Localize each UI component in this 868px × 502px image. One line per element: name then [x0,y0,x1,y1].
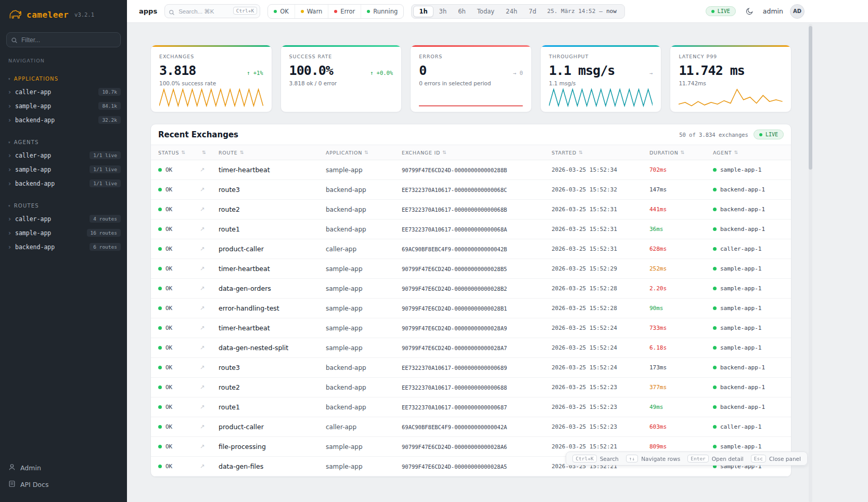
vertical-scrollbar[interactable] [809,24,812,502]
sidebar-section-agents: ▾ AGENTS › caller-app 1/1 live › sample-… [0,137,127,190]
section-header-routes[interactable]: ▾ ROUTES [0,201,127,212]
table-row[interactable]: OK ↗ data-gen-nested-split sample-app 90… [151,338,791,358]
external-link-icon[interactable]: ↗ [200,246,219,252]
external-link-icon[interactable]: ↗ [200,344,219,351]
agent-label: backend-app-1 [720,186,765,193]
section-header-applications[interactable]: ▾ APPLICATIONS [0,74,127,85]
sidebar-item-route[interactable]: › backend-app 6 routes [0,240,127,254]
date-from: 25. März 14:52 [547,8,596,15]
live-toggle[interactable]: LIVE [706,6,736,16]
status-filter-chip[interactable]: Error [328,5,361,18]
sidebar-item-label: sample-app [15,102,98,110]
table-row[interactable]: OK ↗ timer-heartbeat sample-app 90799F47… [151,259,791,279]
column-header[interactable]: STATUS ⇅ [158,150,200,156]
route-cell: file-processing [219,443,326,450]
agent-live-dot [713,227,717,231]
table-row[interactable]: OK ↗ route3 backend-app EE7322370A10617-… [151,180,791,200]
sidebar-item-admin[interactable]: Admin [8,459,119,476]
table-row[interactable]: OK ↗ route3 backend-app EE7322370A10617-… [151,358,791,378]
column-label: DURATION [649,150,679,156]
dark-mode-toggle[interactable] [743,5,756,18]
avatar[interactable]: AD [790,4,805,19]
started-cell: 2026-03-25 15:52:24 [552,325,649,331]
external-link-icon[interactable]: ↗ [200,364,219,371]
status-ok-dot [158,405,162,409]
external-link-icon[interactable]: ↗ [200,166,219,173]
sidebar-item-api-docs[interactable]: API Docs [8,476,119,493]
sidebar-item-agent[interactable]: › caller-app 1/1 live [0,148,127,162]
status-filter-chip[interactable]: Warn [295,5,328,18]
external-link-icon[interactable]: ↗ [200,285,219,292]
time-range-button[interactable]: 24h [500,6,523,17]
table-row[interactable]: OK ↗ route1 backend-app EE7322370A10617-… [151,220,791,239]
table-row[interactable]: OK ↗ route2 backend-app EE7322370A10617-… [151,378,791,397]
external-link-icon[interactable]: ↗ [200,463,219,470]
table-row[interactable]: OK ↗ product-caller caller-app 69AC90BF8… [151,239,791,259]
external-link-icon[interactable]: ↗ [200,325,219,331]
column-label: AGENT [713,150,732,156]
external-link-icon[interactable]: ↗ [200,443,219,450]
column-header[interactable]: STARTED ⇅ [552,150,649,156]
sidebar-item-badge: 1/1 live [90,151,121,159]
external-link-icon[interactable]: ↗ [200,305,219,312]
time-range-button[interactable]: 6h [452,6,471,17]
section-header-agents[interactable]: ▾ AGENTS [0,137,127,148]
date-range-display[interactable]: 25. März 14:52 — now [542,8,623,15]
route-cell: product-caller [219,245,326,253]
external-link-icon[interactable]: ↗ [200,384,219,391]
column-header[interactable]: AGENT ⇅ [713,150,784,156]
chevron-right-icon: › [8,179,15,187]
time-range-button[interactable]: Today [471,6,500,17]
metric-delta: → [649,70,653,76]
external-link-icon[interactable]: ↗ [200,265,219,272]
started-cell: 2026-03-25 15:52:34 [552,166,649,173]
status-label: OK [165,463,172,470]
table-row[interactable]: OK ↗ data-gen-orders sample-app 90799F47… [151,279,791,299]
column-header[interactable]: APPLICATION ⇅ [326,150,402,156]
column-header[interactable]: ⇅ [200,150,219,155]
sidebar-filter-input[interactable] [6,32,121,47]
table-row[interactable]: OK ↗ error-handling-test sample-app 9079… [151,299,791,318]
external-link-icon[interactable]: ↗ [200,423,219,430]
table-live-toggle[interactable]: LIVE [754,130,784,139]
application-cell: caller-app [326,423,402,431]
time-range-button[interactable]: 7d [523,6,542,17]
column-header[interactable]: ROUTE ⇅ [219,150,326,156]
sidebar-item-badge: 1/1 live [90,165,121,173]
metric-subtitle: 11.742ms [679,80,783,86]
sidebar-item-agent[interactable]: › backend-app 1/1 live [0,176,127,190]
table-row[interactable]: OK ↗ route2 backend-app EE7322370A10617-… [151,200,791,220]
sidebar-item-application[interactable]: › caller-app 10.7k [0,85,127,99]
external-link-icon[interactable]: ↗ [200,404,219,410]
agent-live-dot [713,168,717,172]
sort-icon: ⇅ [364,150,368,155]
table-row[interactable]: OK ↗ timer-heartbeat sample-app 90799F47… [151,318,791,338]
table-row[interactable]: OK ↗ timer-heartbeat sample-app 90799F47… [151,160,791,180]
exchange-id-cell: 90799F47E6CD24D-00000000000028B5 [402,266,552,272]
status-cell: OK [158,206,200,213]
table-row[interactable]: OK ↗ route1 backend-app EE7322370A10617-… [151,397,791,417]
status-filter-chip[interactable]: OK [268,5,295,18]
hint-kbd: Esc [751,455,766,462]
sidebar-item-application[interactable]: › sample-app 84.1k [0,99,127,113]
time-range-button[interactable]: 3h [433,6,453,17]
external-link-icon[interactable]: ↗ [200,206,219,213]
agent-cell: sample-app-1 [713,344,784,351]
status-cell: OK [158,344,200,351]
external-link-icon[interactable]: ↗ [200,186,219,193]
route-cell: product-caller [219,423,326,431]
column-header[interactable]: EXCHANGE ID ⇅ [402,150,552,156]
external-link-icon[interactable]: ↗ [200,226,219,233]
time-range-button[interactable]: 1h [413,6,433,17]
status-filter-chip[interactable]: Running [361,5,403,18]
table-row[interactable]: OK ↗ product-caller caller-app 69AC90BF8… [151,417,791,437]
sidebar-item-badge: 1/1 live [90,179,121,187]
sidebar-item-application[interactable]: › backend-app 32.2k [0,113,127,127]
metric-subtitle: 1.1 msg/s [549,80,653,86]
status-label: OK [165,325,172,331]
scrollbar-thumb[interactable] [809,26,812,170]
sidebar-item-agent[interactable]: › sample-app 1/1 live [0,162,127,176]
sidebar-item-route[interactable]: › caller-app 4 routes [0,212,127,226]
sidebar-item-route[interactable]: › sample-app 16 routes [0,226,127,240]
column-header[interactable]: DURATION ⇅ [649,150,713,156]
